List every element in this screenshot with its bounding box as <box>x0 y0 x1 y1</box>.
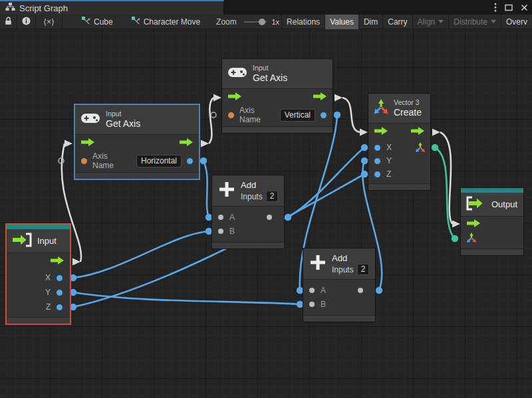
port-a[interactable] <box>309 288 315 293</box>
lock-icon <box>5 17 12 27</box>
node-subtitle: Vector 3 <box>394 98 422 107</box>
event-color-strip <box>461 188 523 193</box>
port-a-label: A <box>229 213 235 222</box>
port-z[interactable] <box>374 171 380 177</box>
flow-in-port[interactable] <box>227 92 242 104</box>
input-event-icon <box>12 233 32 250</box>
port-x-label: X <box>386 143 392 152</box>
node-add-2[interactable]: Add Inputs2 A B <box>303 248 376 322</box>
chevron-down-icon <box>491 20 496 23</box>
breadcrumb-character-move-label: Character Move <box>144 17 200 27</box>
port-a-label: A <box>321 286 326 295</box>
code-view-button[interactable]: ⟨×⟩ <box>36 15 62 29</box>
port-y[interactable] <box>374 158 380 164</box>
maximize-icon[interactable] <box>505 4 513 11</box>
port-b-label: B <box>229 227 235 236</box>
align-label: Align <box>418 17 436 27</box>
axis-name-label: Axis Name <box>239 106 275 124</box>
tab-bar: Script Graph <box>0 0 532 15</box>
flow-in-port[interactable] <box>80 138 95 149</box>
breadcrumb-character-move[interactable]: Character Move <box>127 15 205 29</box>
close-icon[interactable] <box>521 4 528 11</box>
relations-toggle[interactable]: Relations <box>282 15 325 29</box>
breadcrumb-cube[interactable]: Cube <box>77 15 118 29</box>
flow-out-port[interactable] <box>410 126 425 138</box>
zoom-value: 1x <box>269 15 281 29</box>
node-input-event[interactable]: Input X Y Z <box>5 223 71 325</box>
flow-out-port[interactable] <box>50 256 65 268</box>
flow-in-port[interactable] <box>374 126 388 138</box>
axis-name-field[interactable]: Horizontal <box>136 155 182 167</box>
port-x-label: X <box>45 273 51 282</box>
axis-name-field[interactable]: Vertical <box>280 109 315 122</box>
flow-out-port[interactable] <box>313 92 327 104</box>
node-get-axis-horizontal[interactable]: Input Get Axis Axis Name Horizontal <box>74 104 200 180</box>
gamepad-icon <box>228 66 247 81</box>
carry-toggle[interactable]: Carry <box>383 15 412 29</box>
overview-button[interactable]: Overv <box>501 15 532 29</box>
plus-icon <box>309 254 327 274</box>
flow-out-port[interactable] <box>179 138 194 149</box>
tab-script-graph[interactable]: Script Graph <box>0 0 224 15</box>
node-vector3-create[interactable]: Vector 3 Create X Y Z <box>368 93 431 191</box>
breadcrumb-cube-label: Cube <box>94 17 113 27</box>
flow-in-port[interactable] <box>466 219 481 231</box>
info-button[interactable] <box>17 15 35 29</box>
align-dropdown[interactable]: Align <box>413 15 449 29</box>
node-output-event[interactable]: Output <box>460 187 524 256</box>
vector3-in-port[interactable] <box>466 233 477 246</box>
graph-hierarchy-icon <box>5 2 15 15</box>
port-y-out: Y <box>45 288 51 297</box>
graph-toolbar: ⟨×⟩ Cube Character Move Zoom 1x Relation… <box>0 15 532 29</box>
node-add-1[interactable]: Add Inputs2 A B <box>211 175 285 249</box>
node-subtitle: Input <box>106 110 140 118</box>
node-subtitle: Input <box>253 64 287 72</box>
vector3-out-port[interactable] <box>415 142 426 155</box>
distribute-label: Distribute <box>454 17 487 27</box>
value-out-port[interactable] <box>321 112 327 118</box>
inputs-count-field[interactable]: 2 <box>266 191 279 202</box>
node-title: Add <box>332 252 369 264</box>
node-title: Input <box>37 235 57 247</box>
node-title: Get Axis <box>253 72 287 84</box>
port-a[interactable] <box>218 215 223 220</box>
port-b[interactable] <box>218 229 223 234</box>
node-title: Create <box>394 107 422 118</box>
lock-button[interactable] <box>0 15 17 29</box>
port-z-label: Z <box>46 302 51 312</box>
values-toggle[interactable]: Values <box>325 15 358 29</box>
port-b-label: B <box>321 300 326 309</box>
axis-name-port[interactable] <box>81 158 87 164</box>
script-graph-icon <box>132 17 140 27</box>
sum-out-port[interactable] <box>358 288 363 293</box>
zoom-slider[interactable] <box>244 21 267 23</box>
sum-out-port[interactable] <box>267 215 272 220</box>
port-z-out[interactable] <box>57 304 63 310</box>
inputs-label: Inputs <box>332 265 354 274</box>
port-z-label: Z <box>386 169 391 179</box>
axis-name-port[interactable] <box>228 112 234 118</box>
node-get-axis-vertical[interactable]: Input Get Axis Axis Name Vertical <box>221 58 333 134</box>
gamepad-icon <box>81 112 100 127</box>
inputs-count-field[interactable]: 2 <box>357 264 370 275</box>
node-title: Add <box>241 179 278 191</box>
port-y-label: Y <box>386 156 392 165</box>
script-graph-icon <box>82 17 90 27</box>
vector3-icon <box>373 99 389 118</box>
inputs-label: Inputs <box>241 192 263 201</box>
menu-dots-icon[interactable] <box>494 3 497 12</box>
axis-name-label: Axis Name <box>92 151 131 170</box>
node-title: Get Axis <box>106 118 140 130</box>
port-x[interactable] <box>374 145 380 151</box>
port-b[interactable] <box>309 302 315 307</box>
node-title: Output <box>491 199 517 210</box>
plus-icon <box>218 181 235 201</box>
port-y-out[interactable] <box>57 290 63 296</box>
value-out-port[interactable] <box>187 158 193 164</box>
dim-toggle[interactable]: Dim <box>359 15 382 29</box>
zoom-slider-knob[interactable] <box>259 19 265 25</box>
script-graph-window: Script Graph ⟨×⟩ Cube <box>0 0 532 398</box>
distribute-dropdown[interactable]: Distribute <box>449 15 501 29</box>
port-x-out[interactable] <box>57 275 63 281</box>
zoom-label: Zoom <box>211 15 241 29</box>
